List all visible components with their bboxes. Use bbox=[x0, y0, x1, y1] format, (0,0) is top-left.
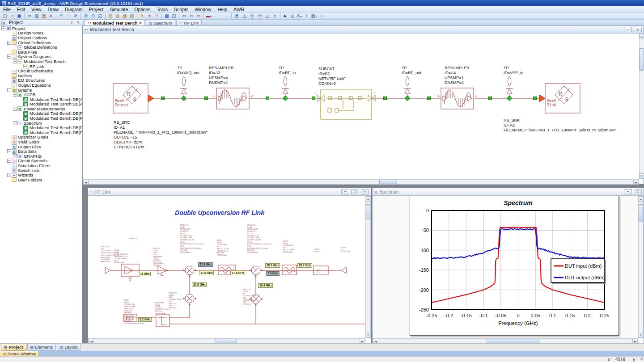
tree-item[interactable]: ◎Optimizer Goals bbox=[0, 135, 82, 140]
menu-item-view[interactable]: View bbox=[28, 6, 45, 13]
scroll-down-icon[interactable]: ▼ bbox=[366, 333, 370, 338]
tree-item[interactable]: Netlists bbox=[0, 73, 82, 78]
splitter-block[interactable] bbox=[156, 315, 169, 327]
tree-item[interactable]: ▦Modulated Test Bench:DB(ACPR(TP.RF_ bbox=[0, 102, 82, 107]
resampler-a4-block[interactable]: 1 2 bbox=[437, 88, 478, 109]
restore-button[interactable]: ❐ bbox=[634, 189, 642, 194]
menu-item-diagram[interactable]: Diagram bbox=[62, 6, 86, 13]
tree-item[interactable]: +◫Circuit Symbols bbox=[0, 159, 82, 164]
menu-item-file[interactable]: File bbox=[0, 6, 14, 13]
tree-item[interactable]: ≔Global Definitions bbox=[0, 45, 82, 50]
tree-item[interactable]: +▥GRAPHS bbox=[0, 154, 82, 159]
annotation-icon[interactable]: ▬▾ bbox=[205, 13, 212, 19]
collapse-icon[interactable]: − bbox=[7, 149, 11, 153]
undo-icon[interactable]: ↶ bbox=[58, 13, 65, 19]
new-document-icon[interactable]: ▢ bbox=[1, 13, 8, 19]
amplifier-symbol[interactable] bbox=[158, 266, 168, 275]
tree-item[interactable]: −⊷Modulated Test Bench bbox=[0, 59, 82, 64]
text-tool-icon[interactable]: T bbox=[303, 13, 310, 19]
tree-item[interactable]: ▤Yield Goals bbox=[0, 139, 82, 144]
scroll-down-icon[interactable]: ▼ bbox=[640, 173, 644, 179]
refresh-icon[interactable]: ⟳ bbox=[72, 13, 79, 19]
minimize-button[interactable]: ─ bbox=[341, 189, 349, 194]
job-queue-icon[interactable]: ▭ bbox=[195, 13, 202, 19]
tile-windows-icon[interactable]: ▩ bbox=[163, 13, 170, 19]
test-point-symbol[interactable] bbox=[506, 76, 513, 97]
panel-tab-layout[interactable]: ▧ Layout bbox=[57, 344, 80, 351]
pin-icon[interactable]: ↧ bbox=[69, 20, 74, 25]
scroll-up-icon[interactable]: ▲ bbox=[639, 196, 643, 202]
close-button[interactable]: ✕ bbox=[361, 189, 369, 194]
input-port-symbol[interactable] bbox=[105, 267, 110, 274]
tree-item[interactable]: ⎓Circuit Schematics bbox=[0, 68, 82, 73]
job-monitor-icon[interactable]: ▭ bbox=[181, 13, 188, 19]
save-project-icon[interactable]: ▣ bbox=[16, 13, 23, 19]
expand-icon[interactable]: + bbox=[7, 173, 11, 177]
tree-item[interactable]: −⊷System Diagrams bbox=[0, 55, 82, 59]
copy-icon[interactable]: ▥ bbox=[33, 13, 40, 19]
collapse-icon[interactable]: − bbox=[13, 93, 17, 97]
tree-item[interactable]: +✦Wizards bbox=[0, 173, 82, 177]
cascade-windows-icon[interactable]: ◫ bbox=[170, 13, 178, 19]
collapse-icon[interactable]: − bbox=[1, 26, 5, 30]
scrollbar-thumb[interactable] bbox=[639, 204, 643, 222]
scrollbar-thumb[interactable] bbox=[366, 204, 370, 219]
cut-icon[interactable]: ✂ bbox=[26, 13, 33, 19]
scrollbar-thumb[interactable] bbox=[640, 48, 644, 71]
tree-item[interactable]: ≡Design Notes bbox=[0, 31, 82, 36]
menu-item-scripts[interactable]: Scripts bbox=[171, 6, 191, 13]
mixer-symbol[interactable] bbox=[249, 266, 263, 277]
equation-tool-icon[interactable]: X= bbox=[296, 13, 303, 19]
collapse-icon[interactable]: − bbox=[13, 121, 17, 125]
expand-icon[interactable]: + bbox=[7, 159, 11, 163]
redo-icon[interactable]: ↷ bbox=[65, 13, 72, 19]
scrollbar-thumb[interactable] bbox=[379, 180, 397, 184]
multiplier-symbol[interactable] bbox=[183, 294, 196, 305]
load-element-icon[interactable]: ∿LOAD bbox=[241, 13, 248, 19]
vertical-scrollbar[interactable]: ▲ ▼ bbox=[365, 196, 371, 338]
collapse-icon[interactable]: − bbox=[7, 88, 11, 92]
horizontal-scrollbar[interactable]: ◀ ▶ bbox=[83, 179, 639, 185]
close-icon[interactable]: ✕ bbox=[76, 20, 80, 25]
tree-item[interactable]: ▦Modulated Test Bench:DB(PWR_SPEC(T bbox=[0, 125, 82, 130]
test-point-symbol[interactable] bbox=[282, 76, 289, 97]
tree-item[interactable]: ▽Simulation Filters bbox=[0, 163, 82, 168]
restore-button[interactable]: ❐ bbox=[351, 189, 359, 194]
tree-item[interactable]: −▣Data Sets bbox=[0, 149, 82, 154]
minimize-button[interactable]: ─ bbox=[624, 27, 632, 32]
scroll-up-icon[interactable]: ▲ bbox=[640, 34, 644, 39]
collapse-icon[interactable]: − bbox=[7, 55, 11, 59]
menu-item-draw[interactable]: Draw bbox=[45, 6, 62, 13]
rs-sink-block[interactable]: R S bbox=[539, 84, 580, 113]
scroll-right-icon[interactable]: ▶ bbox=[632, 339, 638, 343]
test-point-element-icon[interactable]: ♦TP bbox=[271, 13, 279, 19]
collapse-icon[interactable]: − bbox=[7, 41, 11, 45]
tree-item[interactable]: ƒOutput Equations bbox=[0, 83, 82, 88]
element-browser-icon[interactable]: ▣ELE bbox=[233, 13, 241, 19]
collapse-icon[interactable]: − bbox=[13, 59, 17, 63]
menu-item-edit[interactable]: Edit bbox=[14, 6, 28, 13]
subcircuit-element-icon[interactable]: ▭SUB bbox=[263, 13, 271, 19]
delete-icon[interactable]: ✕ bbox=[47, 13, 55, 19]
scroll-right-icon[interactable]: ▶ bbox=[633, 180, 639, 184]
scrollbar-thumb[interactable] bbox=[486, 339, 539, 343]
minimize-button[interactable]: ─ bbox=[624, 189, 632, 194]
tree-item[interactable]: ▦EM Structures bbox=[0, 78, 82, 83]
subckt-rf-link-block[interactable]: 1 2 bbox=[315, 90, 376, 119]
menu-item-window[interactable]: Window bbox=[191, 6, 214, 13]
panel-tab-project[interactable]: ▤ Project bbox=[1, 344, 26, 351]
tree-item[interactable]: ▦Modulated Test Bench:DB(ACPR(TP.RF_ bbox=[0, 97, 82, 102]
vertical-scrollbar[interactable]: ▲ ▼ bbox=[639, 34, 644, 179]
zoom-in-icon[interactable]: ⊕ bbox=[82, 13, 89, 19]
tree-item[interactable]: ▦Modulated Test Bench:DB(PWR_MTR(T bbox=[0, 116, 82, 121]
tree-item[interactable]: ▦Modulated Test Bench:DB(PWR_SPEC(T bbox=[0, 130, 82, 135]
open-project-icon[interactable]: ▱ bbox=[8, 13, 16, 19]
source-element-icon[interactable]: ◁SRC▾ bbox=[248, 13, 256, 19]
tree-item[interactable]: −Global Definitions bbox=[0, 40, 82, 45]
test-point-symbol[interactable] bbox=[404, 76, 411, 97]
tree-item[interactable]: ▤Project Options bbox=[0, 35, 82, 40]
scrollbar-thumb[interactable] bbox=[216, 339, 237, 343]
scroll-left-icon[interactable]: ◀ bbox=[373, 339, 378, 343]
menu-item-project[interactable]: Project bbox=[86, 6, 107, 13]
new-schematic-icon[interactable]: ▤ bbox=[107, 13, 114, 19]
